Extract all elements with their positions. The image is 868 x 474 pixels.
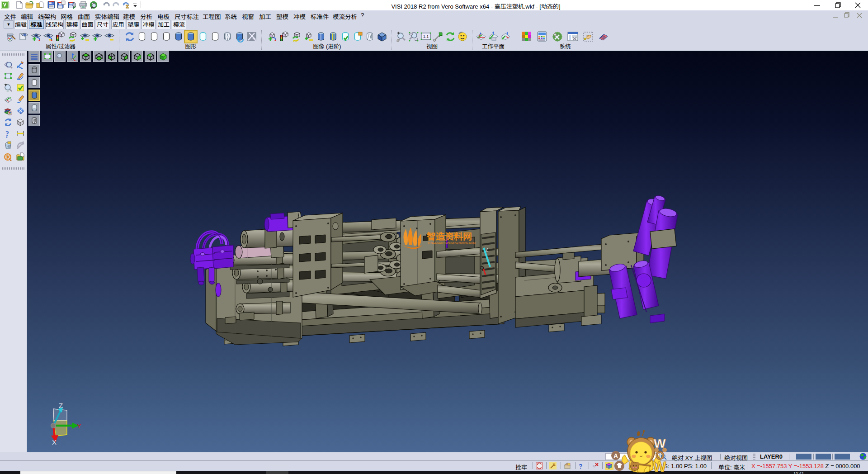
svg-text:A: A [613,452,618,460]
svg-text:INTELLIGENT MANUFACTURING DATA: INTELLIGENT MANUFACTURING DATA [428,242,476,244]
svg-text:W: W [653,459,666,474]
svg-text:?: ? [5,130,9,137]
svg-text:1:1: 1:1 [423,34,429,39]
svg-text:Z: Z [59,402,63,409]
svg-text:Y: Y [77,422,81,430]
svg-text:X: X [52,438,57,446]
svg-text:Z: Z [486,247,488,252]
svg-text:智造资料网: 智造资料网 [427,229,472,242]
